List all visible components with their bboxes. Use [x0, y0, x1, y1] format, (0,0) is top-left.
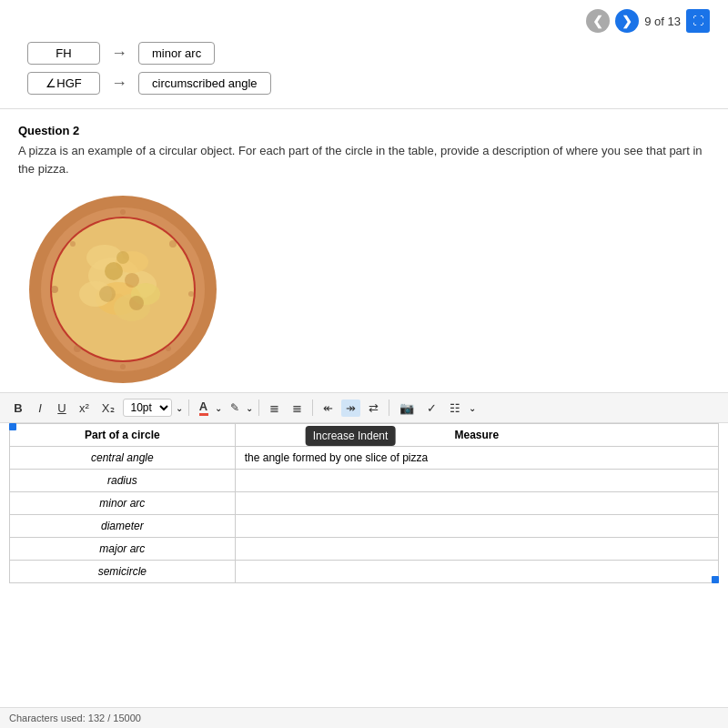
question-number: Question 2 — [18, 124, 710, 137]
letter-a: A — [199, 399, 208, 413]
svg-point-14 — [99, 286, 116, 302]
match-label-hgf: ∠HGF — [27, 72, 100, 95]
svg-point-22 — [166, 346, 171, 351]
toolbar: B I U x² X₂ 10pt 12pt 14pt ⌄ A ⌄ ✎ ⌄ ≣ ≣… — [0, 392, 728, 423]
table-row: central angle the angle formed by one sl… — [10, 447, 719, 470]
table-row: semicircle — [10, 561, 719, 583]
measure-cell[interactable] — [235, 492, 718, 515]
toolbar-divider-3 — [312, 399, 313, 416]
subscript-button[interactable]: X₂ — [97, 399, 119, 417]
nav-prev-button[interactable]: ❮ — [586, 9, 610, 33]
measure-cell[interactable] — [235, 515, 718, 538]
increase-indent-button[interactable]: ↠ — [341, 399, 360, 417]
increase-indent-tooltip: Increase Indent — [306, 426, 396, 446]
corner-marker-tl — [9, 423, 16, 430]
part-cell: semicircle — [10, 561, 236, 583]
color-group: A ⌄ — [195, 398, 222, 418]
toolbar-divider-4 — [389, 399, 389, 416]
nav-next-button[interactable]: ❯ — [615, 9, 639, 33]
italic-button[interactable]: I — [31, 399, 49, 417]
arrow-icon-2: → — [111, 74, 127, 93]
table-row: minor arc — [10, 492, 719, 515]
list-unordered-button[interactable]: ≣ — [265, 399, 284, 417]
svg-point-12 — [105, 262, 123, 280]
expand-icon: ⛶ — [693, 15, 703, 27]
page: ❮ ❯ 9 of 13 ⛶ FH → minor arc ∠HGF → circ… — [0, 0, 728, 728]
svg-point-20 — [169, 240, 177, 248]
svg-point-23 — [120, 364, 126, 369]
image-button[interactable]: 📷 — [395, 399, 419, 417]
part-cell: minor arc — [10, 492, 236, 515]
list-ordered-button[interactable]: ≣ — [288, 399, 307, 417]
col-header-part: Part of a circle — [10, 424, 236, 447]
toolbar-divider-2 — [258, 399, 259, 416]
color-indicator — [199, 413, 208, 416]
pizza-svg — [27, 194, 218, 385]
table-button[interactable]: ☷ — [445, 399, 465, 417]
dropdown-arrow-icon: ⌄ — [176, 403, 183, 413]
highlight-dropdown-icon[interactable]: ⌄ — [246, 403, 253, 413]
pizza-area — [0, 187, 728, 392]
measure-cell[interactable]: the angle formed by one slice of pizza — [235, 447, 718, 470]
svg-point-16 — [116, 251, 129, 264]
part-cell: diameter — [10, 515, 236, 538]
match-value-minor-arc: minor arc — [138, 42, 215, 65]
svg-point-17 — [51, 286, 58, 293]
svg-point-21 — [188, 291, 194, 297]
question-section: Question 2 A pizza is an example of a ci… — [0, 109, 728, 187]
font-size-select[interactable]: 10pt 12pt 14pt — [123, 399, 172, 417]
part-cell: central angle — [10, 447, 236, 470]
table-row: diameter — [10, 515, 719, 538]
bold-button[interactable]: B — [9, 399, 27, 417]
chevron-left-icon: ❮ — [592, 14, 603, 28]
corner-marker-br — [712, 576, 719, 583]
matching-rows: FH → minor arc ∠HGF → circumscribed angl… — [18, 42, 710, 95]
table-dropdown-icon[interactable]: ⌄ — [469, 403, 476, 413]
top-nav: ❮ ❯ 9 of 13 ⛶ — [18, 9, 710, 33]
match-label-fh: FH — [27, 42, 100, 65]
characters-used: Characters used: 132 / 15000 — [0, 707, 728, 728]
highlight-button[interactable]: ✎ — [226, 399, 244, 416]
checkmark-button[interactable]: ✓ — [422, 399, 441, 417]
highlight-group: ✎ ⌄ — [226, 399, 253, 416]
measure-cell[interactable] — [235, 470, 718, 492]
svg-point-19 — [120, 209, 126, 215]
pizza-image — [27, 194, 218, 385]
chevron-right-icon: ❯ — [622, 14, 632, 28]
svg-point-24 — [74, 345, 81, 352]
expand-button[interactable]: ⛶ — [686, 9, 710, 33]
svg-point-13 — [125, 273, 139, 288]
color-dropdown-icon[interactable]: ⌄ — [215, 403, 222, 413]
table-row: major arc — [10, 538, 719, 561]
svg-point-18 — [70, 241, 76, 247]
question-text: A pizza is an example of a circular obje… — [18, 142, 710, 177]
align-right-button[interactable]: ⇄ — [364, 399, 383, 417]
increase-indent-container: ↠ Increase Indent — [341, 399, 360, 417]
part-cell: major arc — [10, 538, 236, 561]
matching-row-2: ∠HGF → circumscribed angle — [27, 72, 710, 95]
part-cell: radius — [10, 470, 236, 492]
match-value-circumscribed: circumscribed angle — [138, 72, 271, 95]
content-table: Part of a circle Measure central angle t… — [9, 423, 719, 583]
font-color-button[interactable]: A — [195, 398, 213, 418]
measure-cell[interactable] — [235, 538, 718, 561]
svg-point-15 — [129, 296, 144, 310]
superscript-button[interactable]: x² — [75, 399, 94, 417]
table-container: Part of a circle Measure central angle t… — [0, 423, 728, 592]
matching-row-1: FH → minor arc — [27, 42, 710, 65]
top-section: ❮ ❯ 9 of 13 ⛶ FH → minor arc ∠HGF → circ… — [0, 0, 728, 109]
toolbar-divider-1 — [188, 399, 189, 416]
table-row: radius — [10, 470, 719, 492]
arrow-icon-1: → — [111, 44, 127, 63]
decrease-indent-button[interactable]: ↞ — [318, 399, 338, 417]
underline-button[interactable]: U — [53, 399, 71, 417]
page-info: 9 of 13 — [644, 15, 681, 28]
measure-cell[interactable] — [235, 561, 718, 583]
